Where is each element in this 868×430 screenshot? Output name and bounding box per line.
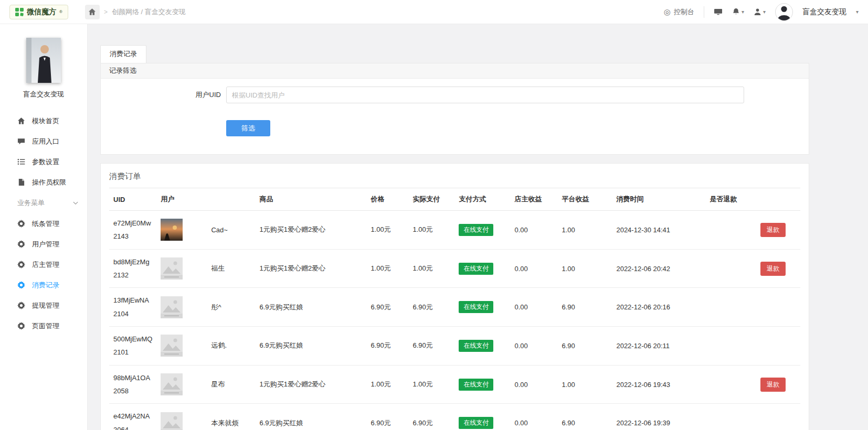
sidebar-item[interactable]: 参数设置 xyxy=(0,152,87,172)
product-name: 6.9元购买红娘 xyxy=(255,404,366,430)
order-uid: bd8MjEzMg2132 xyxy=(109,249,156,288)
user-name: Cad~ xyxy=(207,211,255,250)
orders-card: 消费订单 UID 用户 商品 价格 实际支付 支付方式 xyxy=(100,163,809,430)
order-row: e72MjE0Mw2143Cad~1元购买1爱心赠2爱心1.00元1.00元在线… xyxy=(109,211,800,250)
topbar-divider xyxy=(704,6,704,18)
sidebar-item[interactable]: 店主管理 xyxy=(0,254,87,275)
consume-time: 2022-12-06 20:42 xyxy=(612,249,705,288)
consume-time: 2024-12-30 14:41 xyxy=(612,211,705,250)
refund-button[interactable]: 退款 xyxy=(760,378,786,392)
filter-submit-button[interactable]: 筛选 xyxy=(226,120,270,136)
owner-income: 0.00 xyxy=(510,288,557,327)
gear-icon xyxy=(17,302,25,309)
sidebar-item[interactable]: 用户管理 xyxy=(0,234,87,254)
user-menu-button[interactable]: ▾ xyxy=(754,8,766,16)
product-name: 1元购买1爱心赠2爱心 xyxy=(255,211,366,250)
sidebar-item[interactable]: 提现管理 xyxy=(0,295,87,316)
breadcrumb: > 创颜网络 / 盲盒交友变现 xyxy=(85,5,186,19)
pay-method-badge: 在线支付 xyxy=(459,379,493,391)
sidebar-section-header[interactable]: 业务菜单 xyxy=(0,192,87,213)
user-avatar xyxy=(161,373,183,395)
user-avatar xyxy=(161,257,183,280)
product-name: 1元购买1爱心赠2爱心 xyxy=(255,249,366,288)
price: 1.00元 xyxy=(366,211,408,250)
sidebar: 盲盒交友变现 模块首页应用入口参数设置操作员权限业务菜单纸条管理用户管理店主管理… xyxy=(0,24,88,430)
home-icon[interactable] xyxy=(85,5,100,19)
gear-icon xyxy=(17,240,25,248)
app-logo[interactable]: 微信魔方 ® xyxy=(9,5,68,19)
tab-consume-records[interactable]: 消费记录 xyxy=(100,45,146,63)
caret-down-icon: ▾ xyxy=(742,9,744,15)
sidebar-item-label: 模块首页 xyxy=(32,116,59,126)
sidebar-item[interactable]: 纸条管理 xyxy=(0,213,87,234)
pay-method-badge: 在线支付 xyxy=(459,340,493,352)
uid-input[interactable] xyxy=(226,87,744,103)
sidebar-item[interactable]: 模块首页 xyxy=(0,111,87,131)
sidebar-item[interactable]: 页面管理 xyxy=(0,316,87,336)
user-name: 星布 xyxy=(207,365,255,404)
caret-down-icon: ▾ xyxy=(763,9,766,15)
logo-text: 微信魔方 xyxy=(27,7,56,17)
sidebar-item[interactable]: 操作员权限 xyxy=(0,172,87,192)
platform-income: 1.00 xyxy=(557,365,612,404)
pay-method-badge: 在线支付 xyxy=(459,417,493,429)
price: 6.90元 xyxy=(366,404,408,430)
refund-button[interactable]: 退款 xyxy=(760,262,786,276)
consume-time: 2022-12-06 19:39 xyxy=(612,404,705,430)
tab-strip: 消费记录 xyxy=(100,45,809,63)
orders-table: UID 用户 商品 价格 实际支付 支付方式 店主收益 平台收益 消费时间 是否… xyxy=(109,188,800,430)
col-pay-method: 支付方式 xyxy=(454,188,510,211)
platform-income: 6.90 xyxy=(557,327,612,366)
sidebar-section-label: 业务菜单 xyxy=(17,198,45,208)
gear-icon xyxy=(17,281,25,289)
order-uid: 98bMjA1OA2058 xyxy=(109,365,156,404)
breadcrumb-path[interactable]: 创颜网络 / 盲盒交友变现 xyxy=(112,7,186,17)
paid-amount: 1.00元 xyxy=(408,365,454,404)
sliders-icon xyxy=(17,158,25,166)
notifications-button[interactable]: ▾ xyxy=(732,8,744,16)
sidebar-item[interactable]: 应用入口 xyxy=(0,131,87,152)
order-row: 13fMjEwNA2104彤^6.9元购买红娘6.90元6.90元在线支付0.0… xyxy=(109,288,800,327)
sidebar-item-label: 用户管理 xyxy=(32,240,59,249)
consume-time: 2022-12-06 20:11 xyxy=(612,327,705,366)
sidebar-item-label: 参数设置 xyxy=(32,157,59,167)
order-row: bd8MjEzMg2132福生1元购买1爱心赠2爱心1.00元1.00元在线支付… xyxy=(109,249,800,288)
console-icon: ◎ xyxy=(664,7,671,17)
sidebar-item[interactable]: 消费记录 xyxy=(0,275,87,295)
topbar: 微信魔方 ® > 创颜网络 / 盲盒交友变现 ◎ 控制台 ▾ ▾ xyxy=(0,0,868,24)
col-price: 价格 xyxy=(366,188,408,211)
product-name: 6.9元购买红娘 xyxy=(255,327,366,366)
account-avatar[interactable] xyxy=(775,3,793,21)
logo-icon xyxy=(15,8,24,16)
col-product: 商品 xyxy=(255,188,366,211)
user-name: 彤^ xyxy=(207,288,255,327)
user-avatar xyxy=(161,412,183,430)
order-row: 98bMjA1OA2058星布1元购买1爱心赠2爱心1.00元1.00元在线支付… xyxy=(109,365,800,404)
console-label: 控制台 xyxy=(674,7,694,17)
filter-form: 用户UID 筛选 xyxy=(101,79,809,154)
platform-income: 1.00 xyxy=(557,211,612,250)
order-row: e42MjA2NA2064本来就烦6.9元购买红娘6.90元6.90元在线支付0… xyxy=(109,404,800,430)
pay-method-badge: 在线支付 xyxy=(459,224,493,236)
sidebar-item-label: 应用入口 xyxy=(32,137,59,146)
filter-card: 记录筛选 用户UID 筛选 xyxy=(100,63,809,155)
sidebar-item-label: 纸条管理 xyxy=(32,219,59,229)
sidebar-item-label: 提现管理 xyxy=(32,301,59,310)
caret-down-icon[interactable]: ▾ xyxy=(856,9,859,15)
price: 6.90元 xyxy=(366,327,408,366)
refund-button[interactable]: 退款 xyxy=(760,223,786,237)
uid-label: 用户UID xyxy=(113,90,226,100)
owner-income: 0.00 xyxy=(510,404,557,430)
col-user: 用户 xyxy=(156,188,255,211)
console-link[interactable]: ◎ 控制台 xyxy=(664,7,694,17)
breadcrumb-separator: > xyxy=(104,8,108,16)
main-content: 消费记录 记录筛选 用户UID 筛选 消费订单 xyxy=(88,24,868,430)
person-icon xyxy=(754,8,761,16)
platform-income: 6.90 xyxy=(557,288,612,327)
orders-card-title: 消费订单 xyxy=(101,164,809,188)
sidebar-nav: 模块首页应用入口参数设置操作员权限业务菜单纸条管理用户管理店主管理消费记录提现管… xyxy=(0,111,87,336)
account-name[interactable]: 盲盒交友变现 xyxy=(802,7,846,17)
monitor-icon[interactable] xyxy=(714,8,723,16)
col-time: 消费时间 xyxy=(612,188,705,211)
col-platform-income: 平台收益 xyxy=(557,188,612,211)
